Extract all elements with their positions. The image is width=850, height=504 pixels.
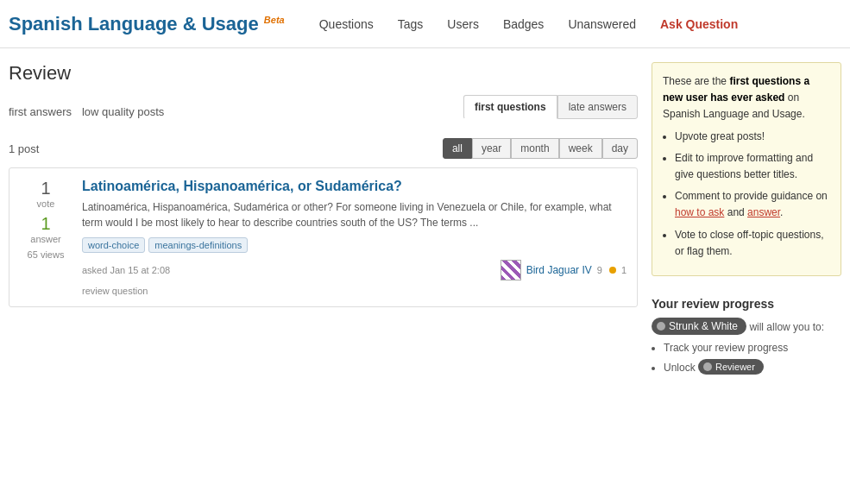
avatar bbox=[501, 260, 521, 280]
info-box: These are the first questions a new user… bbox=[652, 62, 841, 276]
question-title[interactable]: Latinoamérica, Hispanoamérica, or Sudamé… bbox=[82, 179, 626, 194]
site-title[interactable]: Spanish Language & Usage Beta bbox=[9, 13, 285, 35]
main-content: Review first answers low quality posts f… bbox=[9, 62, 638, 388]
strunk-white-badge: Strunk & White bbox=[652, 318, 746, 335]
nav-tags[interactable]: Tags bbox=[398, 17, 424, 31]
late-answers-tab[interactable]: late answers bbox=[557, 95, 638, 119]
ask-question-link[interactable]: Ask Question bbox=[660, 17, 738, 31]
nav-questions[interactable]: Questions bbox=[319, 17, 374, 31]
filter-month[interactable]: month bbox=[511, 138, 558, 159]
question-footer: asked Jan 15 at 2:08 Bird Jaguar IV 9 1 bbox=[82, 260, 626, 280]
reviewer-badge: Reviewer bbox=[698, 359, 764, 375]
reviewer-badge-dot-icon bbox=[703, 362, 712, 371]
progress-list: Track your review progress Unlock Review… bbox=[664, 342, 841, 375]
question-meta-left: 1 vote 1 answer 65 views bbox=[20, 179, 72, 260]
first-answers-tab[interactable]: first answers bbox=[9, 105, 72, 118]
info-item-2: Edit to improve formatting and give ques… bbox=[675, 150, 830, 183]
review-question-button[interactable]: review question bbox=[82, 286, 626, 296]
tag-word-choice[interactable]: word-choice bbox=[82, 237, 145, 253]
answer-label: answer bbox=[20, 234, 72, 244]
badge-dot-icon bbox=[657, 322, 665, 331]
views-count: 65 views bbox=[20, 249, 72, 260]
toolbar: 1 post all year month week day bbox=[9, 138, 638, 159]
question-excerpt: Latinoamérica, Hispanoamérica, Sudaméric… bbox=[82, 199, 626, 230]
first-questions-tab[interactable]: first questions bbox=[463, 95, 557, 119]
info-item-3: Comment to provide guidance on how to as… bbox=[675, 188, 830, 221]
badge-count: 1 bbox=[621, 265, 626, 275]
reviewer-badge-label: Reviewer bbox=[715, 362, 755, 372]
post-count: 1 post bbox=[9, 142, 39, 155]
vote-label: vote bbox=[20, 198, 72, 209]
page-title: Review bbox=[9, 62, 638, 85]
main-nav: Questions Tags Users Badges Unanswered A… bbox=[319, 17, 739, 31]
progress-title: Your review progress bbox=[652, 297, 841, 311]
nav-unanswered[interactable]: Unanswered bbox=[568, 17, 636, 31]
filter-year[interactable]: year bbox=[472, 138, 511, 159]
tag-meanings-definitions[interactable]: meanings-definitions bbox=[148, 237, 248, 253]
user-name[interactable]: Bird Jaguar IV bbox=[526, 264, 592, 276]
tags: word-choice meanings-definitions bbox=[82, 237, 626, 253]
page-header: Review bbox=[9, 62, 638, 85]
answer-link[interactable]: answer bbox=[747, 206, 780, 218]
strunk-white-label: Strunk & White bbox=[669, 320, 738, 332]
asked-info: asked Jan 15 at 2:08 bbox=[82, 265, 170, 275]
filter-day[interactable]: day bbox=[602, 138, 638, 159]
low-quality-posts-tab[interactable]: low quality posts bbox=[82, 105, 164, 118]
filter-tabs: all year month week day bbox=[443, 138, 638, 159]
progress-item-1: Track your review progress bbox=[664, 342, 841, 354]
vote-count: 1 bbox=[20, 179, 72, 198]
progress-will-allow: will allow you to: bbox=[749, 321, 824, 333]
info-list: Upvote great posts! Edit to improve form… bbox=[675, 129, 830, 260]
sidebar: These are the first questions a new user… bbox=[652, 62, 841, 388]
user-rep: 9 bbox=[597, 265, 602, 275]
user-info: Bird Jaguar IV 9 1 bbox=[501, 260, 626, 280]
info-intro: These are the bbox=[663, 75, 729, 87]
question-card: 1 vote 1 answer 65 views Latinoamérica, … bbox=[9, 167, 638, 307]
how-to-ask-link[interactable]: how to ask bbox=[675, 206, 724, 218]
nav-badges[interactable]: Badges bbox=[503, 17, 544, 31]
filter-week[interactable]: week bbox=[559, 138, 602, 159]
info-item-4: Vote to close off-topic questions, or fl… bbox=[675, 227, 830, 260]
answer-count: 1 bbox=[20, 214, 72, 234]
nav-users[interactable]: Users bbox=[447, 17, 479, 31]
filter-all[interactable]: all bbox=[443, 138, 472, 159]
progress-item-2: Unlock Reviewer bbox=[664, 359, 841, 375]
info-item-1: Upvote great posts! bbox=[675, 129, 830, 145]
progress-box: Your review progress Strunk & White will… bbox=[652, 288, 841, 388]
gold-badge-icon bbox=[609, 267, 616, 274]
question-body: Latinoamérica, Hispanoamérica, or Sudamé… bbox=[82, 179, 626, 296]
